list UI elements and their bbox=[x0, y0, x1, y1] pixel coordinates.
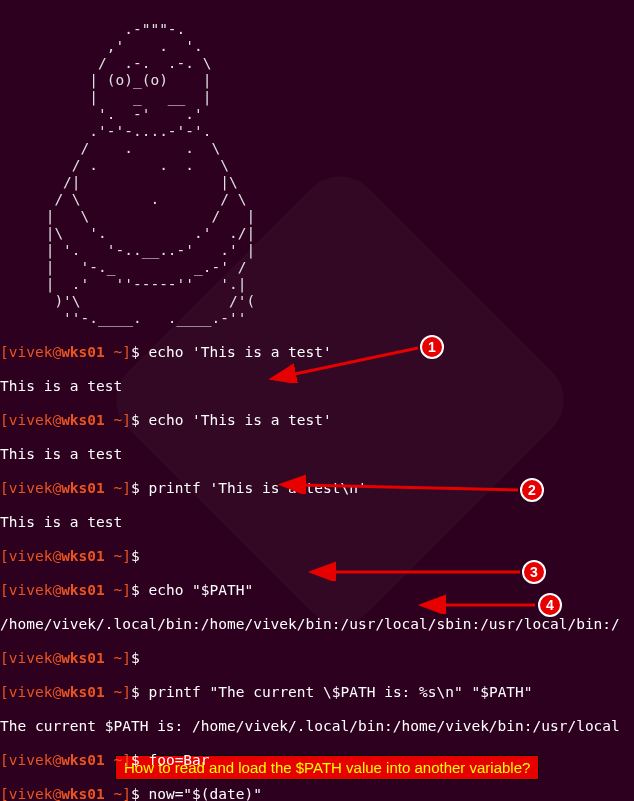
command-text: now="$(date)" bbox=[140, 786, 262, 801]
terminal-output: .-"""-. ,' . '. / .-. .-. \ | (o)_(o) | … bbox=[0, 0, 634, 801]
command-text: printf 'This is a test\n' bbox=[140, 480, 367, 496]
prompt-line-1: [vivek@wks01 ~]$ echo 'This is a test' bbox=[0, 344, 634, 361]
command-text: printf "The current \$PATH is: %s\n" "$P… bbox=[140, 684, 533, 700]
bracket-open: [ bbox=[0, 344, 9, 360]
prompt-user: vivek bbox=[9, 344, 53, 360]
prompt-path: ~ bbox=[105, 344, 122, 360]
output-line: The current $PATH is: /home/vivek/.local… bbox=[0, 718, 634, 735]
prompt-line-4: [vivek@wks01 ~]$ bbox=[0, 548, 634, 565]
prompt-symbol: $ bbox=[131, 344, 140, 360]
prompt-line-7: [vivek@wks01 ~]$ printf "The current \$P… bbox=[0, 684, 634, 701]
prompt-host: wks01 bbox=[61, 344, 105, 360]
command-text: echo "$PATH" bbox=[140, 582, 254, 598]
command-text: echo 'This is a test' bbox=[140, 344, 332, 360]
command-text: foo=Bar bbox=[140, 752, 210, 768]
bracket-close: ] bbox=[122, 344, 131, 360]
output-line: This is a test bbox=[0, 446, 634, 463]
command-text: echo 'This is a test' bbox=[140, 412, 332, 428]
prompt-line-6: [vivek@wks01 ~]$ bbox=[0, 650, 634, 667]
prompt-line-2: [vivek@wks01 ~]$ echo 'This is a test' bbox=[0, 412, 634, 429]
output-line: This is a test bbox=[0, 514, 634, 531]
prompt-line-5: [vivek@wks01 ~]$ echo "$PATH" bbox=[0, 582, 634, 599]
output-line: This is a test bbox=[0, 378, 634, 395]
prompt-line-8: [vivek@wks01 ~]$ foo=Bar bbox=[0, 752, 634, 769]
output-line: /home/vivek/.local/bin:/home/vivek/bin:/… bbox=[0, 616, 634, 633]
prompt-line-9: [vivek@wks01 ~]$ now="$(date)" bbox=[0, 786, 634, 801]
prompt-at: @ bbox=[52, 344, 61, 360]
ascii-art-penguin: .-"""-. ,' . '. / .-. .-. \ | (o)_(o) | … bbox=[0, 21, 634, 327]
prompt-line-3: [vivek@wks01 ~]$ printf 'This is a test\… bbox=[0, 480, 634, 497]
